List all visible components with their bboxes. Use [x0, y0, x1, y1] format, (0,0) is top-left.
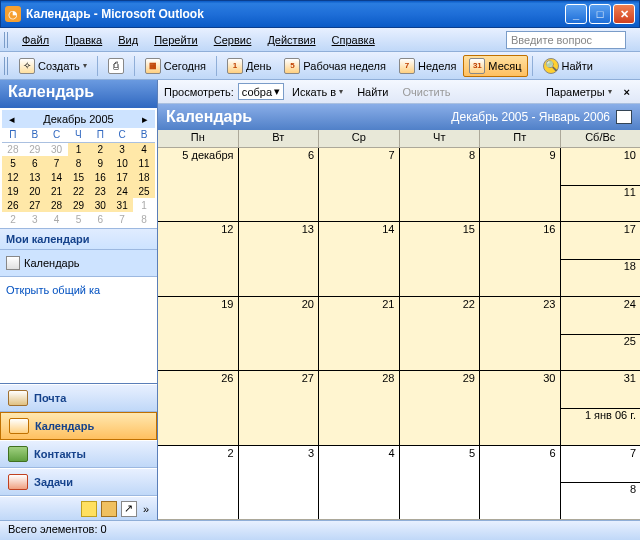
configure-buttons[interactable]: » — [141, 503, 151, 515]
nav-tasks[interactable]: Задачи — [0, 468, 157, 496]
workweek-button[interactable]: 5Рабочая неделя — [278, 55, 392, 77]
minical-day[interactable]: 30 — [46, 142, 68, 156]
day-cell[interactable]: 15 — [400, 222, 481, 295]
nav-calendar[interactable]: Календарь — [0, 412, 157, 440]
minical-day[interactable]: 2 — [89, 142, 111, 156]
minical-day[interactable]: 1 — [68, 142, 90, 156]
print-button[interactable]: ⎙ — [102, 55, 130, 77]
find-button[interactable]: 🔍Найти — [537, 55, 599, 77]
day-cell[interactable]: 27 — [239, 371, 320, 444]
minical-day[interactable]: 31 — [111, 198, 133, 212]
week-button[interactable]: 7Неделя — [393, 55, 462, 77]
day-cell[interactable]: 7 — [319, 148, 400, 221]
minical-day[interactable]: 8 — [133, 212, 155, 226]
prev-month-button[interactable]: ◂ — [6, 113, 18, 126]
minical-day[interactable]: 3 — [24, 212, 46, 226]
day-cell[interactable]: 26 — [158, 371, 239, 444]
day-cell[interactable]: 8 — [400, 148, 481, 221]
day-cell[interactable]: 13 — [239, 222, 320, 295]
minical-day[interactable]: 4 — [133, 142, 155, 156]
month-button[interactable]: 31Месяц — [463, 55, 527, 77]
minical-day[interactable]: 14 — [46, 170, 68, 184]
minical-day[interactable]: 26 — [2, 198, 24, 212]
day-cell[interactable]: 1718 — [561, 222, 641, 295]
day-cell[interactable]: 1011 — [561, 148, 641, 221]
my-calendars-header[interactable]: Мои календари — [0, 228, 157, 249]
day-cell[interactable]: 12 — [158, 222, 239, 295]
day-cell[interactable]: 29 — [400, 371, 481, 444]
day-cell[interactable]: 16 — [480, 222, 561, 295]
minical-day[interactable]: 16 — [89, 170, 111, 184]
minical-day[interactable]: 21 — [46, 184, 68, 198]
minical-day[interactable]: 28 — [46, 198, 68, 212]
menu-help[interactable]: Справка — [324, 31, 383, 49]
day-button[interactable]: 1День — [221, 55, 277, 77]
calendar-item[interactable]: Календарь — [6, 254, 151, 272]
day-cell[interactable]: 30 — [480, 371, 561, 444]
nav-mail[interactable]: Почта — [0, 384, 157, 412]
minical-grid[interactable]: ПВСЧПСВ282930123456789101112131415161718… — [2, 128, 155, 226]
minical-day[interactable]: 29 — [68, 198, 90, 212]
minical-day[interactable]: 19 — [2, 184, 24, 198]
minical-day[interactable]: 22 — [68, 184, 90, 198]
minical-day[interactable]: 1 — [133, 198, 155, 212]
day-cell[interactable]: 9 — [480, 148, 561, 221]
minical-day[interactable]: 8 — [68, 156, 90, 170]
minical-day[interactable]: 13 — [24, 170, 46, 184]
search-in-button[interactable]: Искать в ▾ — [286, 81, 349, 103]
menu-file[interactable]: Файл — [14, 31, 57, 49]
minical-day[interactable]: 20 — [24, 184, 46, 198]
day-cell[interactable]: 5 декабря — [158, 148, 239, 221]
notes-icon[interactable] — [81, 501, 97, 517]
day-cell[interactable]: 2 — [158, 446, 239, 519]
minical-day[interactable]: 5 — [68, 212, 90, 226]
day-cell[interactable]: 20 — [239, 297, 320, 370]
minical-day[interactable]: 2 — [2, 212, 24, 226]
shortcuts-icon[interactable]: ↗ — [121, 501, 137, 517]
minical-day[interactable]: 9 — [89, 156, 111, 170]
day-cell[interactable]: 311 янв 06 г. — [561, 371, 641, 444]
minical-day[interactable]: 7 — [111, 212, 133, 226]
minical-day[interactable]: 25 — [133, 184, 155, 198]
minical-day[interactable]: 6 — [89, 212, 111, 226]
today-button[interactable]: ▦Сегодня — [139, 55, 212, 77]
minical-day[interactable]: 10 — [111, 156, 133, 170]
day-cell[interactable]: 78 — [561, 446, 641, 519]
day-cell[interactable]: 6 — [480, 446, 561, 519]
day-cell[interactable]: 14 — [319, 222, 400, 295]
day-cell[interactable]: 2425 — [561, 297, 641, 370]
minical-day[interactable]: 18 — [133, 170, 155, 184]
maximize-button[interactable]: □ — [589, 4, 611, 24]
filter-close-button[interactable]: × — [620, 86, 634, 98]
day-cell[interactable]: 4 — [319, 446, 400, 519]
minimize-button[interactable]: _ — [565, 4, 587, 24]
folder-icon[interactable] — [101, 501, 117, 517]
day-cell[interactable]: 5 — [400, 446, 481, 519]
day-cell[interactable]: 6 — [239, 148, 320, 221]
minical-day[interactable]: 29 — [24, 142, 46, 156]
create-button[interactable]: ✧Создать▾ — [13, 55, 93, 77]
open-shared-link[interactable]: Открыть общий ка — [6, 281, 151, 299]
minical-day[interactable]: 24 — [111, 184, 133, 198]
day-cell[interactable]: 22 — [400, 297, 481, 370]
menu-go[interactable]: Перейти — [146, 31, 206, 49]
day-cell[interactable]: 19 — [158, 297, 239, 370]
nav-contacts[interactable]: Контакты — [0, 440, 157, 468]
minical-day[interactable]: 5 — [2, 156, 24, 170]
minical-day[interactable]: 4 — [46, 212, 68, 226]
menu-tools[interactable]: Сервис — [206, 31, 260, 49]
minical-day[interactable]: 30 — [89, 198, 111, 212]
minical-day[interactable]: 15 — [68, 170, 90, 184]
calendar-picker-icon[interactable] — [616, 110, 632, 124]
day-cell[interactable]: 21 — [319, 297, 400, 370]
menu-actions[interactable]: Действия — [259, 31, 323, 49]
close-button[interactable]: ✕ — [613, 4, 635, 24]
minical-day[interactable]: 17 — [111, 170, 133, 184]
view-select[interactable]: собра▾ — [238, 83, 284, 100]
day-cell[interactable]: 28 — [319, 371, 400, 444]
next-month-button[interactable]: ▸ — [139, 113, 151, 126]
minical-day[interactable]: 27 — [24, 198, 46, 212]
minical-day[interactable]: 23 — [89, 184, 111, 198]
params-button[interactable]: Параметры ▾ — [540, 81, 618, 103]
minical-day[interactable]: 12 — [2, 170, 24, 184]
